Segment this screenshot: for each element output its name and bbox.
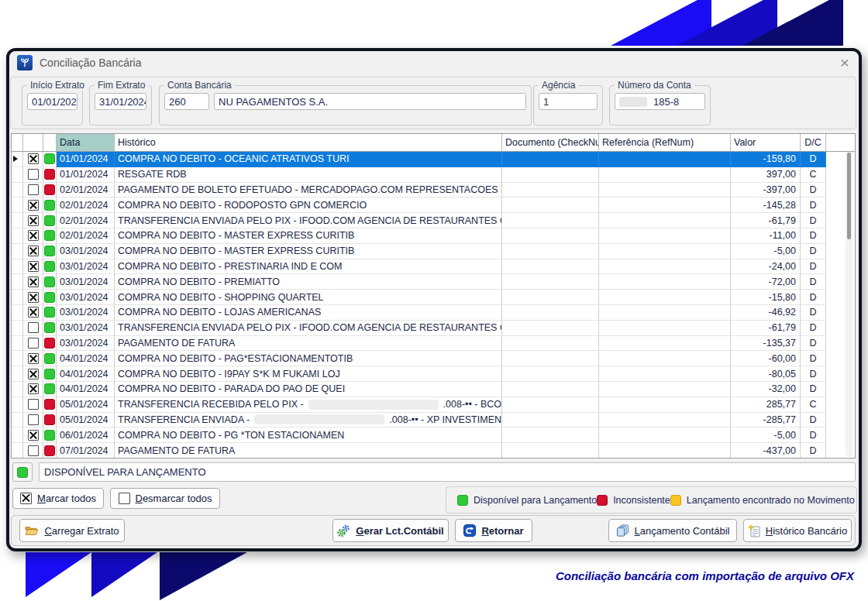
table-row[interactable]: 02/01/2024 COMPRA NO DEBITO - RODOPOSTO … xyxy=(12,197,855,213)
table-row[interactable]: 03/01/2024 COMPRA NO DEBITO - SHOPPING Q… xyxy=(12,290,855,305)
row-selector-cell[interactable] xyxy=(12,413,23,428)
row-checkbox-cell[interactable] xyxy=(23,213,43,228)
table-row[interactable]: 03/01/2024 COMPRA NO DEBITO - PRESTINARI… xyxy=(12,259,855,275)
row-checkbox-cell[interactable] xyxy=(23,183,43,198)
header-referencia[interactable]: Referência (RefNum) xyxy=(599,134,731,151)
conta-bancaria-code-input[interactable]: 260 xyxy=(164,93,209,110)
agencia-input[interactable]: 1 xyxy=(539,93,598,110)
row-selector-cell[interactable] xyxy=(12,228,23,244)
row-checkbox-cell[interactable] xyxy=(23,382,43,397)
title-bar[interactable]: Conciliação Bancária × xyxy=(9,51,859,74)
row-selector-cell[interactable] xyxy=(12,336,23,352)
row-checkbox-cell[interactable] xyxy=(23,244,43,259)
row-checkbox-cell[interactable] xyxy=(23,351,43,366)
row-checkbox[interactable] xyxy=(28,430,39,441)
fim-extrato-input[interactable]: 31/01/2024 xyxy=(95,93,146,110)
row-checkbox-cell[interactable] xyxy=(23,413,43,428)
row-checkbox-cell[interactable] xyxy=(23,428,43,443)
row-checkbox[interactable] xyxy=(28,338,39,349)
numero-conta-input[interactable]: 185-8 xyxy=(615,93,705,110)
row-checkbox[interactable] xyxy=(28,399,39,410)
table-row[interactable]: 02/01/2024 TRANSFERENCIA ENVIADA PELO PI… xyxy=(12,213,855,228)
row-checkbox-cell[interactable] xyxy=(23,228,43,244)
row-selector-cell[interactable] xyxy=(12,443,23,458)
row-checkbox[interactable] xyxy=(28,261,39,272)
table-row[interactable]: 03/01/2024 TRANSFERENCIA ENVIADA PELO PI… xyxy=(12,321,855,336)
row-checkbox-cell[interactable] xyxy=(23,321,43,336)
row-selector-cell[interactable] xyxy=(12,183,23,198)
table-row[interactable]: 04/01/2024 COMPRA NO DEBITO - PAG*ESTACI… xyxy=(12,351,855,366)
table-row[interactable]: 01/01/2024 COMPRA NO DEBITO - OCEANIC AT… xyxy=(12,152,855,167)
row-checkbox-cell[interactable] xyxy=(23,259,43,275)
carregar-extrato-button[interactable]: Carregar Extrato xyxy=(19,519,125,542)
header-documento[interactable]: Documento (CheckNum) xyxy=(502,134,599,151)
close-icon[interactable]: × xyxy=(840,53,849,73)
gerar-lct-contabil-button[interactable]: Gerar Lct.Contábil xyxy=(332,519,449,542)
lancamento-contabil-button[interactable]: Lançamento Contábil xyxy=(608,519,737,542)
row-checkbox[interactable] xyxy=(28,276,39,287)
row-checkbox-cell[interactable] xyxy=(23,336,43,352)
row-checkbox[interactable] xyxy=(28,383,39,394)
table-row[interactable]: 02/01/2024 PAGAMENTO DE BOLETO EFETUADO … xyxy=(12,183,855,198)
table-row[interactable]: 03/01/2024 COMPRA NO DEBITO - MASTER EXP… xyxy=(12,244,855,259)
table-row[interactable]: 05/01/2024 TRANSFERENCIA ENVIADA -.008-•… xyxy=(12,413,855,428)
table-row[interactable]: 04/01/2024 COMPRA NO DEBITO - I9PAY S*K … xyxy=(12,366,855,382)
row-checkbox[interactable] xyxy=(28,322,39,333)
row-checkbox[interactable] xyxy=(28,169,39,180)
row-checkbox[interactable] xyxy=(28,246,39,256)
row-checkbox[interactable] xyxy=(28,200,39,211)
scrollbar-thumb[interactable] xyxy=(847,153,851,239)
table-row[interactable]: 03/01/2024 COMPRA NO DEBITO - LOJAS AMER… xyxy=(12,305,855,321)
row-checkbox-cell[interactable] xyxy=(23,366,43,382)
row-checkbox[interactable] xyxy=(28,353,39,364)
row-checkbox[interactable] xyxy=(28,230,39,241)
retornar-button[interactable]: Retornar xyxy=(455,519,532,542)
table-row[interactable]: 04/01/2024 COMPRA NO DEBITO - PARADA DO … xyxy=(12,382,855,397)
row-checkbox[interactable] xyxy=(28,215,39,226)
row-selector-cell[interactable] xyxy=(12,428,23,443)
marcar-todos-button[interactable]: Marcar todos xyxy=(12,488,104,509)
row-checkbox-cell[interactable] xyxy=(23,397,43,413)
historico-bancario-button[interactable]: Histórico Bancário xyxy=(743,519,852,542)
row-checkbox[interactable] xyxy=(28,445,39,456)
table-row[interactable]: 03/01/2024 COMPRA NO DEBITO - PREMIATTO … xyxy=(12,274,855,290)
row-checkbox[interactable] xyxy=(28,292,39,303)
table-row[interactable]: 07/01/2024 PAGAMENTO DE FATURA -437,00 D xyxy=(12,443,855,458)
row-selector-cell[interactable] xyxy=(12,274,23,290)
row-selector-cell[interactable] xyxy=(12,397,23,413)
row-checkbox[interactable] xyxy=(28,414,39,425)
header-dc[interactable]: D/C xyxy=(801,134,826,151)
header-historico[interactable]: Histórico xyxy=(115,134,502,151)
row-checkbox-cell[interactable] xyxy=(23,305,43,321)
row-checkbox-cell[interactable] xyxy=(23,290,43,305)
row-checkbox[interactable] xyxy=(28,184,39,195)
row-selector-cell[interactable] xyxy=(12,321,23,336)
row-checkbox[interactable] xyxy=(28,369,39,379)
transactions-grid[interactable]: Data Histórico Documento (CheckNum) Refe… xyxy=(11,133,856,458)
row-selector-cell[interactable] xyxy=(12,197,23,213)
row-checkbox-cell[interactable] xyxy=(23,197,43,213)
table-row[interactable]: 05/01/2024 TRANSFERENCIA RECEBIDA PELO P… xyxy=(12,397,855,413)
header-valor[interactable]: Valor xyxy=(731,134,801,151)
row-checkbox-cell[interactable] xyxy=(23,443,43,458)
row-checkbox[interactable] xyxy=(28,307,39,318)
row-selector-cell[interactable] xyxy=(12,305,23,321)
row-checkbox-cell[interactable] xyxy=(23,152,43,167)
table-row[interactable]: 06/01/2024 COMPRA NO DEBITO - PG *TON ES… xyxy=(12,428,855,443)
row-selector-cell[interactable] xyxy=(12,152,23,167)
table-row[interactable]: 01/01/2024 RESGATE RDB 397,00 C xyxy=(12,167,855,183)
row-selector-cell[interactable] xyxy=(12,382,23,397)
table-row[interactable]: 02/01/2024 COMPRA NO DEBITO - MASTER EXP… xyxy=(12,228,855,244)
row-checkbox-cell[interactable] xyxy=(23,274,43,290)
row-selector-cell[interactable] xyxy=(12,366,23,382)
inicio-extrato-input[interactable]: 01/01/2024 xyxy=(27,93,78,110)
row-checkbox-cell[interactable] xyxy=(23,167,43,183)
row-selector-cell[interactable] xyxy=(12,244,23,259)
conta-bancaria-name-input[interactable]: NU PAGAMENTOS S.A. xyxy=(214,93,526,110)
desmarcar-todos-button[interactable]: Desmarcar todos xyxy=(110,488,220,509)
row-checkbox[interactable] xyxy=(28,153,39,164)
row-selector-cell[interactable] xyxy=(12,213,23,228)
row-selector-cell[interactable] xyxy=(12,259,23,275)
header-data[interactable]: Data xyxy=(57,134,115,151)
row-selector-cell[interactable] xyxy=(12,167,23,183)
